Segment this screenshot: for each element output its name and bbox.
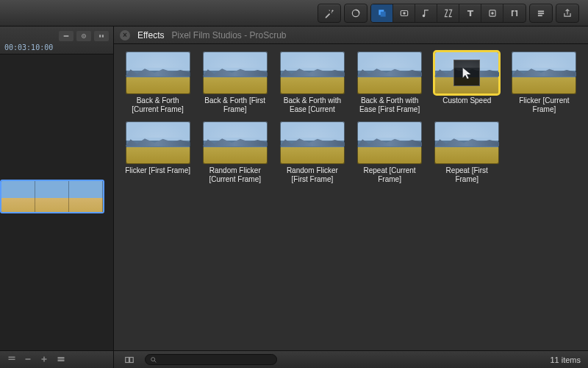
svg-rect-16 <box>9 358 15 360</box>
clip-appearance-button[interactable] <box>56 355 66 365</box>
effect-thumbnail[interactable] <box>126 52 190 94</box>
timeline-bottom-bar <box>0 350 113 368</box>
effect-thumbnail[interactable] <box>357 121 422 164</box>
effect-item[interactable]: Back & Forth [First Frame] <box>201 52 268 114</box>
browsers-group <box>370 4 526 23</box>
svg-rect-15 <box>9 356 15 358</box>
svg-rect-2 <box>380 11 385 16</box>
photos-browser-button[interactable] <box>393 4 415 22</box>
svg-point-24 <box>151 357 155 361</box>
effects-footer: 11 items <box>114 350 588 368</box>
svg-point-4 <box>403 12 406 15</box>
cursor-overlay-icon <box>453 60 480 86</box>
svg-rect-22 <box>126 357 129 362</box>
retime-group <box>344 4 368 23</box>
timeline-panel: 00:03:10:00 <box>0 26 114 368</box>
enhancements-group <box>318 4 341 23</box>
effect-thumbnail[interactable] <box>203 52 268 94</box>
effect-thumbnail[interactable] <box>280 52 345 94</box>
effect-item[interactable]: Back & Forth with Ease [First Frame] <box>356 52 423 114</box>
titles-browser-button[interactable] <box>459 4 481 22</box>
svg-rect-13 <box>99 35 101 37</box>
effect-item[interactable]: Custom Speed <box>434 52 501 114</box>
effect-item[interactable]: Repeat [Current Frame] <box>356 121 423 184</box>
effects-item-count: 11 items <box>550 355 581 364</box>
effect-label: Flicker [Current Frame] <box>511 96 578 114</box>
top-toolbar <box>0 0 588 26</box>
search-icon <box>150 356 157 364</box>
effect-thumbnail[interactable] <box>126 121 190 164</box>
effect-item[interactable]: Random Flicker [Current Frame] <box>201 121 268 184</box>
effect-label: Flicker [First Frame] <box>125 166 190 184</box>
effect-item[interactable]: Random Flicker [First Frame] <box>279 121 345 184</box>
generators-browser-button[interactable] <box>481 4 503 22</box>
share-button[interactable] <box>556 4 578 22</box>
svg-rect-10 <box>64 35 69 37</box>
themes-browser-button[interactable] <box>503 4 526 22</box>
effects-grid: Back & Forth [Current Frame]Back & Forth… <box>114 44 588 350</box>
effect-label: Custom Speed <box>442 96 491 114</box>
effect-item[interactable]: Back & Forth [Current Frame] <box>124 52 191 114</box>
magic-wand-button[interactable] <box>318 4 340 22</box>
effect-label: Back & Forth with Ease [First Frame] <box>356 96 423 114</box>
timeline-header: 00:03:10:00 <box>0 26 113 54</box>
svg-rect-8 <box>538 13 544 14</box>
inspector-group <box>529 4 553 23</box>
svg-rect-21 <box>58 359 65 361</box>
transitions-browser-button[interactable] <box>437 4 459 22</box>
effects-browser-button[interactable] <box>371 4 393 22</box>
zoom-out-button[interactable] <box>24 355 32 365</box>
timeline-clip[interactable] <box>0 180 104 213</box>
effect-label: Back & Forth [Current Frame] <box>124 96 191 114</box>
effects-search[interactable] <box>145 354 277 365</box>
effect-thumbnail[interactable] <box>203 121 268 164</box>
effect-item[interactable]: Flicker [First Frame] <box>124 121 191 184</box>
effect-label: Back & Forth [First Frame] <box>201 96 268 114</box>
svg-rect-23 <box>130 357 134 362</box>
retime-button[interactable] <box>345 4 367 22</box>
effect-item[interactable]: Back & Forth with Ease [Current <box>279 52 345 114</box>
audio-skimming-toggle[interactable] <box>76 31 91 41</box>
timeline-body[interactable] <box>0 54 113 350</box>
effects-tab-label[interactable]: Effects <box>137 30 164 40</box>
svg-rect-14 <box>102 35 104 37</box>
effects-browser: × Effects Pixel Film Studios - ProScrub … <box>114 26 588 368</box>
svg-rect-9 <box>538 15 542 16</box>
effect-label: Random Flicker [First Frame] <box>279 166 345 184</box>
effect-label: Back & Forth with Ease [Current <box>279 96 345 114</box>
effects-header: × Effects Pixel Film Studios - ProScrub <box>114 26 588 44</box>
filmstrip-size-button[interactable] <box>121 354 137 366</box>
effect-thumbnail[interactable] <box>434 121 499 164</box>
solo-toggle[interactable] <box>94 31 109 41</box>
svg-rect-7 <box>538 10 544 12</box>
effects-search-input[interactable] <box>157 355 272 364</box>
svg-rect-20 <box>58 357 65 359</box>
svg-line-25 <box>154 361 156 362</box>
effect-thumbnail[interactable] <box>512 52 576 94</box>
effect-thumbnail[interactable] <box>357 52 422 94</box>
timecode-display: 00:03:10:00 <box>4 43 53 52</box>
close-browser-button[interactable]: × <box>120 30 130 40</box>
music-browser-button[interactable] <box>415 4 437 22</box>
svg-point-6 <box>491 12 494 15</box>
svg-point-12 <box>83 35 85 37</box>
timeline-index-button[interactable] <box>7 355 16 365</box>
skimming-toggle[interactable] <box>59 31 74 41</box>
effect-label: Repeat [Current Frame] <box>356 166 423 184</box>
effects-breadcrumb: Pixel Film Studios - ProScrub <box>171 30 286 40</box>
effect-item[interactable]: Repeat [First Frame] <box>434 121 501 184</box>
effect-thumbnail[interactable] <box>280 121 345 164</box>
effect-thumbnail[interactable] <box>434 52 499 94</box>
zoom-in-button[interactable] <box>40 355 49 365</box>
inspector-button[interactable] <box>530 4 552 22</box>
effect-item[interactable]: Flicker [Current Frame] <box>511 52 578 114</box>
effect-label: Random Flicker [Current Frame] <box>201 166 268 184</box>
share-group <box>556 4 579 23</box>
effect-label: Repeat [First Frame] <box>434 166 501 184</box>
